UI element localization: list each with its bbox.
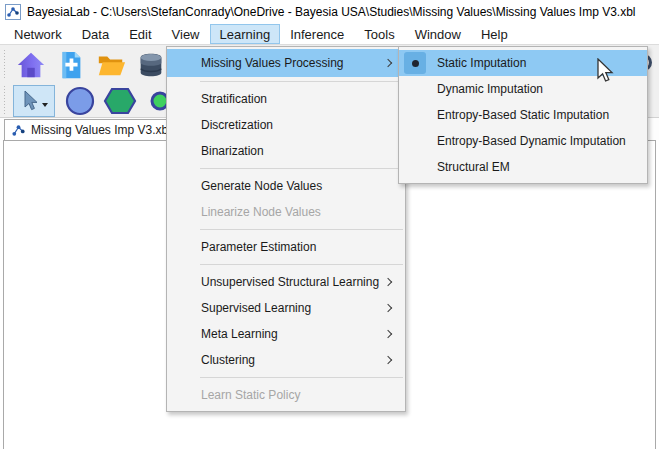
- menu-item-supervised-learning[interactable]: Supervised Learning: [167, 295, 405, 321]
- submenu-item-dynamic-imputation[interactable]: Dynamic Imputation: [399, 76, 647, 102]
- menu-item-parameter-estimation[interactable]: Parameter Estimation: [167, 234, 405, 260]
- open-folder-button[interactable]: [91, 47, 131, 83]
- menubar-item-learning[interactable]: Learning: [210, 24, 281, 44]
- open-folder-icon: [96, 50, 126, 80]
- menu-bar: Network Data Edit View Learning Inferenc…: [0, 24, 659, 44]
- submenu-arrow-icon: [384, 278, 392, 286]
- menubar-item-edit[interactable]: Edit: [119, 24, 161, 44]
- submenu-item-structural-em[interactable]: Structural EM: [399, 154, 647, 180]
- selection-arrow-icon: [21, 90, 39, 112]
- menubar-item-tools[interactable]: Tools: [354, 24, 404, 44]
- database-button[interactable]: [131, 47, 171, 83]
- node-tool-button[interactable]: [60, 83, 100, 119]
- toolbar-grip[interactable]: [2, 50, 7, 80]
- menubar-item-data[interactable]: Data: [72, 24, 119, 44]
- missing-values-processing-submenu: Static Imputation Dynamic Imputation Ent…: [398, 46, 648, 184]
- submenu-item-entropy-based-dynamic-imputation[interactable]: Entropy-Based Dynamic Imputation: [399, 128, 647, 154]
- menu-separator: [167, 164, 405, 173]
- menubar-item-network[interactable]: Network: [4, 24, 72, 44]
- menu-separator: [167, 225, 405, 234]
- menu-item-discretization[interactable]: Discretization: [167, 112, 405, 138]
- new-network-icon: [56, 50, 86, 80]
- node-tool-icon: [64, 85, 96, 117]
- learning-menu-dropdown: Missing Values Processing Stratification…: [166, 46, 406, 412]
- menubar-item-help[interactable]: Help: [471, 24, 518, 44]
- menu-item-stratification[interactable]: Stratification: [167, 86, 405, 112]
- tool-dropdown-caret-icon[interactable]: [42, 103, 48, 107]
- menu-item-generate-node-values[interactable]: Generate Node Values: [167, 173, 405, 199]
- radio-selected-icon: [404, 52, 426, 74]
- menu-separator: [167, 373, 405, 382]
- bayesialab-logo-icon: [5, 4, 21, 20]
- decision-node-hexagon-icon: [103, 86, 137, 116]
- toolbar-grip[interactable]: [2, 86, 7, 116]
- decision-node-tool-button[interactable]: [100, 83, 140, 119]
- menu-item-binarization[interactable]: Binarization: [167, 138, 405, 164]
- menu-item-unsupervised-structural-learning[interactable]: Unsupervised Structural Learning: [167, 269, 405, 295]
- selection-tool-button[interactable]: [13, 85, 55, 117]
- submenu-arrow-icon: [384, 330, 392, 338]
- menu-item-linearize-node-values: Linearize Node Values: [167, 199, 405, 225]
- menubar-item-inference[interactable]: Inference: [280, 24, 354, 44]
- new-network-button[interactable]: [51, 47, 91, 83]
- network-file-icon: [11, 123, 26, 138]
- submenu-arrow-icon: [384, 59, 392, 67]
- submenu-arrow-icon: [384, 304, 392, 312]
- menu-item-meta-learning[interactable]: Meta Learning: [167, 321, 405, 347]
- bayesialab-window: BayesiaLab - C:\Users\StefanConrady\OneD…: [0, 0, 659, 449]
- submenu-arrow-icon: [384, 356, 392, 364]
- menubar-item-view[interactable]: View: [162, 24, 210, 44]
- menu-item-learn-static-policy: Learn Static Policy: [167, 382, 405, 408]
- menu-separator: [167, 260, 405, 269]
- menu-separator: [167, 77, 405, 86]
- menu-item-missing-values-processing[interactable]: Missing Values Processing: [167, 49, 405, 77]
- menubar-item-window[interactable]: Window: [405, 24, 471, 44]
- submenu-item-entropy-based-static-imputation[interactable]: Entropy-Based Static Imputation: [399, 102, 647, 128]
- menu-item-clustering[interactable]: Clustering: [167, 347, 405, 373]
- home-button[interactable]: [11, 47, 51, 83]
- home-icon: [16, 50, 46, 80]
- submenu-item-static-imputation[interactable]: Static Imputation: [399, 50, 647, 76]
- title-bar: BayesiaLab - C:\Users\StefanConrady\OneD…: [0, 0, 659, 24]
- tab-label: Missing Values Imp V3.xbl *: [31, 123, 179, 137]
- database-icon: [136, 50, 166, 80]
- window-title: BayesiaLab - C:\Users\StefanConrady\OneD…: [27, 5, 635, 19]
